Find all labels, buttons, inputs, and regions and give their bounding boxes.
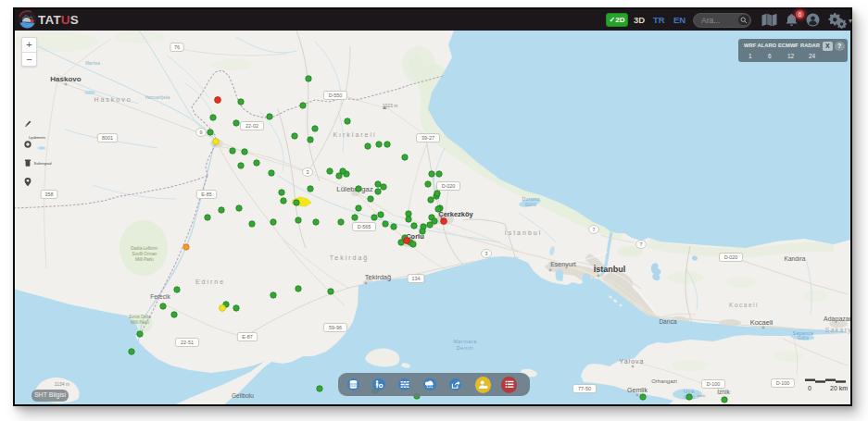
svg-text:İznik: İznik	[684, 389, 695, 394]
svg-text:Haskovo: Haskovo	[50, 75, 81, 83]
svg-text:Darıca: Darıca	[659, 318, 677, 325]
svg-text:77-50: 77-50	[578, 386, 591, 391]
svg-text:134: 134	[412, 276, 421, 281]
svg-text:Lüleburgaz: Lüleburgaz	[336, 185, 373, 193]
svg-text:20 km: 20 km	[830, 385, 848, 391]
svg-text:Ferecik: Ferecik	[150, 293, 170, 300]
svg-text:Gemlik: Gemlik	[627, 387, 648, 393]
svg-text:E-87: E-87	[242, 334, 252, 340]
svg-text:Evros Delta: Evros Delta	[129, 315, 151, 319]
svg-text:Haskovo: Haskovo	[94, 96, 132, 103]
svg-text:3: 3	[485, 251, 488, 256]
svg-text:Milli Parkı: Milli Parkı	[131, 320, 149, 325]
svg-text:Kandıra: Kandıra	[785, 255, 806, 262]
svg-text:Gölü: Gölü	[798, 336, 809, 341]
svg-text:D-550: D-550	[329, 93, 343, 98]
svg-text:Harmanlijska: Harmanlijska	[145, 95, 170, 100]
svg-text:D-100: D-100	[776, 380, 790, 386]
svg-text:Esenyurt: Esenyurt	[550, 261, 576, 268]
svg-text:Kocaeli: Kocaeli	[750, 318, 774, 327]
svg-text:59-96: 59-96	[329, 325, 342, 330]
svg-text:8001: 8001	[102, 135, 113, 141]
svg-text:Yalova: Yalova	[620, 358, 645, 365]
svg-text:İznik: İznik	[717, 388, 730, 395]
svg-text:358: 358	[45, 192, 54, 197]
svg-text:Gölü: Gölü	[525, 202, 537, 207]
svg-text:İznik: İznik	[697, 393, 706, 398]
svg-text:Maritsa: Maritsa	[85, 61, 100, 66]
svg-text:1134 m: 1134 m	[55, 381, 69, 387]
svg-text:3: 3	[307, 169, 309, 175]
svg-text:0: 0	[808, 385, 811, 391]
svg-text:D-020: D-020	[724, 254, 738, 260]
svg-text:D-565: D-565	[358, 224, 371, 229]
svg-text:Sakarya: Sakarya	[825, 327, 850, 334]
svg-text:İstanbul: İstanbul	[594, 265, 626, 274]
svg-text:Tekirdağ: Tekirdağ	[330, 254, 369, 262]
svg-text:7: 7	[593, 227, 596, 232]
svg-text:Çerkezköy: Çerkezköy	[438, 210, 473, 218]
svg-text:D-020: D-020	[442, 183, 456, 189]
svg-text:39-27: 39-27	[421, 135, 434, 141]
svg-text:76: 76	[174, 44, 180, 50]
svg-text:Orhangazi: Orhangazi	[651, 378, 677, 384]
svg-text:Gelibolu: Gelibolu	[232, 392, 254, 399]
svg-text:D-100: D-100	[707, 381, 721, 387]
svg-text:22-02: 22-02	[245, 123, 258, 129]
svg-text:Tekirdağ: Tekirdağ	[365, 273, 391, 281]
svg-text:E-85: E-85	[201, 192, 211, 197]
svg-text:Soufli Orman: Soufli Orman	[132, 252, 157, 256]
svg-text:Marmara: Marmara	[453, 339, 477, 344]
svg-text:İstanbul: İstanbul	[505, 229, 543, 236]
svg-text:Milli Parkı: Milli Parkı	[135, 257, 154, 262]
svg-text:Kırklareli: Kırklareli	[333, 131, 376, 138]
svg-text:Edirne: Edirne	[195, 279, 225, 285]
svg-text:22-51: 22-51	[181, 340, 194, 345]
svg-text:Adapazarı: Adapazarı	[824, 316, 850, 323]
svg-text:Denizi: Denizi	[457, 345, 473, 351]
svg-text:Svilengrad: Svilengrad	[34, 161, 52, 166]
svg-text:Dadia-Lefkimi-: Dadia-Lefkimi-	[131, 246, 158, 251]
svg-text:Lyubimets: Lyubimets	[29, 135, 45, 140]
svg-text:9: 9	[200, 130, 203, 135]
svg-text:Kocaeli: Kocaeli	[729, 302, 759, 308]
svg-text:7: 7	[640, 241, 643, 247]
